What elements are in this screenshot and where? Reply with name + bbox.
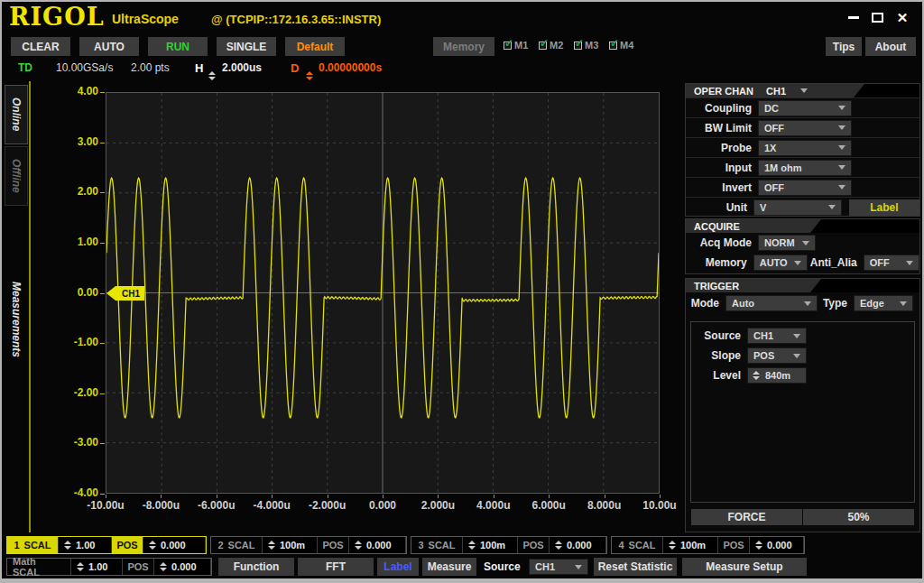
channel3-scale-value[interactable]: 100m (462, 537, 518, 553)
trigger-type-dropdown[interactable]: Edge (854, 295, 913, 311)
channel4-pos-chip[interactable]: POS (718, 537, 749, 553)
app-title: UltraScope (112, 12, 179, 26)
y-axis-tick (100, 293, 105, 294)
run-button[interactable]: RUN (148, 37, 208, 56)
bw-limit-dropdown[interactable]: OFF (758, 120, 852, 136)
anti-alias-dropdown[interactable]: OFF (864, 254, 919, 271)
tab-offline[interactable]: Offline (5, 146, 28, 206)
single-button[interactable]: SINGLE (217, 37, 276, 56)
invert-dropdown[interactable]: OFF (758, 180, 852, 196)
updown-arrows-icon (468, 541, 476, 550)
measure-setup-button[interactable]: Measure Setup (682, 558, 807, 576)
delay-value[interactable]: 0.00000000s (319, 61, 382, 74)
channel1-pos-chip[interactable]: POS (112, 537, 143, 553)
tab-measurements[interactable]: Measurements (5, 247, 28, 392)
timebase-value[interactable]: 2.000us (222, 61, 262, 74)
trigger-mode-row: Mode Auto Type Edge (686, 292, 919, 314)
channel4-select-chip[interactable]: 4SCAL (612, 537, 662, 553)
about-button[interactable]: About (865, 37, 916, 56)
channel2-pos-chip[interactable]: POS (318, 537, 348, 553)
trigger-mode-dropdown[interactable]: Auto (725, 295, 818, 311)
y-axis-label: -2.00 (51, 386, 98, 399)
channel3-pos-chip[interactable]: POS (518, 537, 549, 553)
trigger-status: TD (18, 61, 32, 74)
channel2-scale-value[interactable]: 100m (262, 537, 318, 553)
delay-spinner[interactable] (306, 62, 313, 80)
y-axis-label: 3.00 (51, 135, 98, 148)
default-button[interactable]: Default (285, 37, 345, 56)
channel4-scale-value[interactable]: 100m (662, 537, 718, 553)
force-button[interactable]: FORCE (691, 509, 802, 525)
waveform-display[interactable] (106, 92, 660, 494)
clear-button[interactable]: CLEAR (11, 37, 70, 56)
math-pos-chip[interactable]: POS (123, 559, 153, 575)
probe-dropdown[interactable]: 1X (758, 140, 852, 156)
channel4-controls: 4SCAL 100m POS 0.000 (611, 536, 805, 554)
x-axis-tick (328, 495, 328, 498)
trigger-header: TRIGGER (686, 279, 919, 292)
x-axis-label: -8.000u (135, 499, 186, 512)
auto-button[interactable]: AUTO (79, 37, 139, 56)
input-dropdown[interactable]: 1M ohm (758, 160, 852, 176)
m2-checkbox[interactable]: ✓ M2 (539, 40, 563, 51)
memory-button[interactable]: Memory (433, 37, 494, 56)
tab-online[interactable]: Online (5, 85, 28, 144)
channel1-select-chip[interactable]: 1SCAL (7, 537, 58, 553)
channel4-pos-value[interactable]: 0.000 (749, 537, 804, 553)
updown-arrows-icon (669, 541, 676, 550)
tips-button[interactable]: Tips (826, 37, 862, 56)
updown-arrows-icon (268, 541, 275, 550)
reset-statistic-button[interactable]: Reset Statistic (594, 558, 677, 576)
waveform-canvas (106, 93, 659, 493)
maximize-button[interactable] (868, 10, 886, 24)
acq-mode-row: Acq Mode NORM (686, 233, 919, 253)
rigol-logo: RIGOL (9, 4, 105, 31)
unit-dropdown[interactable]: V (753, 199, 842, 216)
measure-source-dropdown[interactable]: CH1 (529, 559, 588, 575)
function-button[interactable]: Function (218, 558, 294, 576)
fifty-percent-button[interactable]: 50% (803, 509, 914, 525)
math-label-button[interactable]: Label (377, 558, 419, 576)
close-button[interactable]: ✕ (893, 10, 911, 24)
channel2-select-chip[interactable]: 2SCAL (211, 537, 262, 553)
horizontal-spinner[interactable] (208, 62, 216, 80)
x-axis-label: 8.000u (579, 499, 630, 512)
m4-checkbox[interactable]: ✓ M4 (609, 40, 633, 51)
trigger-source-row: Source CH1 (691, 326, 914, 346)
updown-arrows-icon (755, 541, 762, 550)
input-row: Input 1M ohm (686, 157, 919, 177)
channel3-select-chip[interactable]: 3SCAL (411, 537, 462, 553)
minimize-button[interactable] (845, 10, 863, 24)
x-axis-tick (161, 495, 162, 498)
measure-button[interactable]: Measure (422, 558, 476, 576)
checkbox-checked-icon: ✓ (574, 42, 582, 50)
channel3-pos-value[interactable]: 0.000 (549, 537, 606, 553)
math-pos-value[interactable]: 0.000 (153, 559, 211, 575)
measure-source-label: Source (484, 560, 521, 573)
math-scale-chip[interactable]: Math SCAL (7, 559, 70, 575)
channel2-pos-value[interactable]: 0.000 (348, 537, 406, 553)
acq-memory-dropdown[interactable]: AUTO (753, 254, 808, 271)
m3-checkbox[interactable]: ✓ M3 (574, 40, 598, 51)
trigger-slope-dropdown[interactable]: POS (747, 347, 807, 364)
math-scale-value[interactable]: 1.00 (70, 559, 123, 575)
close-icon: ✕ (897, 11, 909, 24)
trigger-source-dropdown[interactable]: CH1 (747, 328, 807, 344)
x-axis-label: 0.000 (357, 499, 408, 512)
label-button[interactable]: Label (849, 199, 919, 216)
chevron-down-icon (838, 106, 845, 110)
oper-chan-select[interactable]: CH1 (766, 86, 808, 97)
chevron-down-icon (800, 88, 808, 93)
m1-checkbox[interactable]: ✓ M1 (504, 40, 528, 51)
y-axis-tick (100, 343, 105, 344)
acq-mode-dropdown[interactable]: NORM (758, 235, 816, 251)
trigger-level-spinner[interactable]: 840m (747, 367, 807, 384)
coupling-dropdown[interactable]: DC (758, 100, 852, 116)
instrument-address: @ (TCPIP::172.16.3.65::INSTR) (211, 13, 381, 26)
y-axis-label: -1.00 (51, 336, 98, 348)
channel1-pos-value[interactable]: 0.000 (143, 537, 206, 553)
channel1-scale-value[interactable]: 1.00 (58, 537, 112, 553)
chevron-down-icon (804, 301, 811, 306)
fft-button[interactable]: FFT (298, 558, 374, 576)
y-axis-label: -4.00 (51, 486, 98, 499)
